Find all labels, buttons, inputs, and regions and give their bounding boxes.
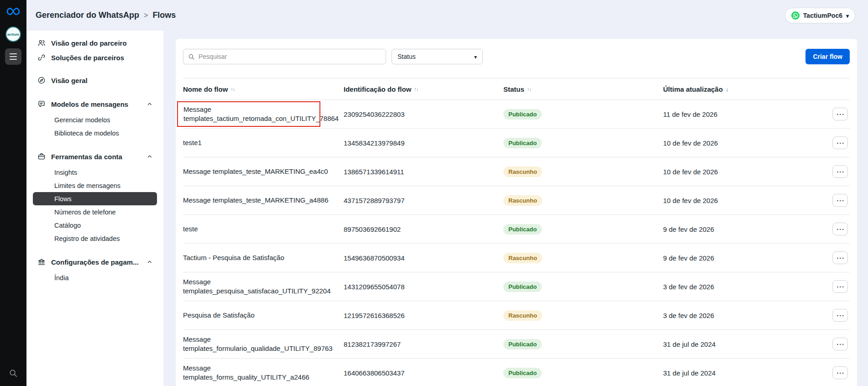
flow-name-cell: teste1 <box>183 138 344 147</box>
workspace-avatar[interactable]: actium <box>5 26 21 42</box>
create-flow-button[interactable]: Criar flow <box>805 49 850 64</box>
sidebar-item-overview[interactable]: Visão geral <box>33 73 157 87</box>
table-row[interactable]: teste 897503692661902 Publicado 9 de fev… <box>183 215 850 244</box>
search-icon <box>188 53 195 60</box>
account-tools-icon <box>37 152 46 161</box>
flow-id-cell: 1640663806503437 <box>344 369 503 377</box>
rail-search-icon[interactable] <box>9 369 18 380</box>
status-badge: Publicado <box>503 138 542 148</box>
sort-icon[interactable]: ↑↓ <box>527 86 531 92</box>
flow-updated-cell: 31 de jul de 2024 <box>663 340 818 348</box>
sidebar-group-header-message-templates[interactable]: Modelos de mensagens <box>33 97 157 111</box>
breadcrumb-current: Flows <box>152 10 176 20</box>
sidebar-group-message-templates: Modelos de mensagens Gerenciar modelos B… <box>26 97 163 140</box>
menu-icon[interactable] <box>5 48 21 65</box>
more-options-button[interactable] <box>832 309 848 322</box>
status-badge: Rascunho <box>503 310 542 321</box>
flow-id-cell: 812382173997267 <box>344 340 503 348</box>
meta-logo-icon[interactable] <box>5 5 21 17</box>
flow-status-cell: Publicado <box>503 109 663 120</box>
table-row[interactable]: Message templates_formulario_qualidade_U… <box>183 330 850 359</box>
sidebar-group-header-account-tools[interactable]: Ferramentas da conta <box>33 150 157 163</box>
column-header-updated[interactable]: Última atualização↓ <box>663 85 818 93</box>
sidebar-item-partner-solutions[interactable]: Soluções de parceiros <box>33 51 157 64</box>
flow-updated-cell: 10 de fev de 2026 <box>663 197 818 204</box>
overview-icon <box>37 76 46 84</box>
table-row[interactable]: Message templates_forms_quality_UTILITY_… <box>183 359 850 386</box>
chevron-up-icon <box>147 154 152 159</box>
sidebar: Visão geral do parceiro Soluções de parc… <box>26 31 163 386</box>
flow-status-cell: Publicado <box>503 138 663 148</box>
more-options-button[interactable] <box>832 165 848 178</box>
flow-id-cell: 1219572616368526 <box>344 312 503 319</box>
table-row[interactable]: Message templates_teste_MARKETING_ea4c0 … <box>183 157 850 186</box>
status-filter-label: Status <box>397 53 416 60</box>
search-input[interactable] <box>199 53 381 60</box>
more-options-button[interactable] <box>832 251 848 264</box>
sidebar-item-label: Visão geral <box>51 77 88 84</box>
flow-id-cell: 1431209655054078 <box>344 283 503 291</box>
link-icon <box>37 53 46 62</box>
flow-name-cell: Message templates_formulario_qualidade_U… <box>183 335 344 354</box>
breadcrumb: Gerenciador do WhatsApp > Flows <box>36 10 176 20</box>
more-options-button[interactable] <box>832 280 848 293</box>
table-row[interactable]: teste1 1345834213979849 Publicado 10 de … <box>183 129 850 157</box>
sidebar-item-insights[interactable]: Insights <box>33 166 157 179</box>
flow-updated-cell: 9 de fev de 2026 <box>663 254 818 262</box>
sidebar-item-template-library[interactable]: Biblioteca de modelos <box>33 126 157 140</box>
table-header-row: Nome do flow↑↓ Identificação do flow↑↓ S… <box>183 78 850 100</box>
flow-id-cell: 2309254036222803 <box>344 110 503 118</box>
sidebar-item-phone-numbers[interactable]: Números de telefone <box>33 205 157 219</box>
sidebar-group-payment-settings: Configurações de pagam... Índia <box>26 255 163 284</box>
column-header-id[interactable]: Identificação do flow↑↓ <box>344 85 503 93</box>
more-options-button[interactable] <box>832 366 848 379</box>
sidebar-group-label: Modelos de mensagens <box>51 100 128 108</box>
more-options-button[interactable] <box>832 223 848 235</box>
status-badge: Publicado <box>503 109 542 120</box>
more-options-button[interactable] <box>832 194 848 207</box>
chevron-up-icon <box>147 101 152 107</box>
sidebar-item-label: Soluções de parceiros <box>51 54 124 62</box>
table-row[interactable]: Tactium - Pesquisa de Satisfação 1549636… <box>183 244 850 272</box>
body-row: Visão geral do parceiro Soluções de parc… <box>26 31 868 386</box>
sidebar-item-activity-log[interactable]: Registro de atividades <box>33 232 157 245</box>
table-row[interactable]: Message templates_teste_MARKETING_a4886 … <box>183 186 850 215</box>
sidebar-item-india[interactable]: Índia <box>33 271 157 284</box>
flow-id-cell: 1386571339614911 <box>344 168 503 176</box>
flow-status-cell: Publicado <box>503 339 663 349</box>
sidebar-item-partner-overview[interactable]: Visão geral do parceiro <box>33 36 157 50</box>
sidebar-item-label: Visão geral do parceiro <box>51 39 127 47</box>
flow-name-cell: Message templates_tactium_retomada_con_U… <box>183 101 344 127</box>
sort-desc-icon[interactable]: ↓ <box>726 86 729 93</box>
sidebar-item-manage-templates[interactable]: Gerenciar modelos <box>33 113 157 126</box>
more-options-button[interactable] <box>832 136 848 149</box>
more-options-button[interactable] <box>832 338 848 350</box>
table-row[interactable]: Message templates_pesquisa_satisfacao_UT… <box>183 272 850 301</box>
whatsapp-icon <box>791 11 800 20</box>
sidebar-item-message-limits[interactable]: Limites de mensagens <box>33 179 157 192</box>
whatsapp-manager-page: actium Gerenciador do WhatsApp > Flows T… <box>0 0 868 386</box>
flow-status-cell: Rascunho <box>503 310 663 321</box>
flow-name-cell: teste <box>183 224 344 234</box>
sort-icon[interactable]: ↑↓ <box>230 86 235 92</box>
column-header-name[interactable]: Nome do flow↑↓ <box>183 85 344 93</box>
flow-status-cell: Publicado <box>503 282 663 292</box>
flow-status-cell: Rascunho <box>503 167 663 177</box>
flow-updated-cell: 11 de fev de 2026 <box>663 110 818 118</box>
breadcrumb-root[interactable]: Gerenciador do WhatsApp <box>36 10 139 20</box>
chevron-down-icon <box>474 53 477 60</box>
column-header-status[interactable]: Status↑↓ <box>503 85 663 93</box>
sidebar-item-catalog[interactable]: Catálogo <box>33 219 157 232</box>
status-badge: Publicado <box>503 282 542 292</box>
table-row[interactable]: Message templates_tactium_retomada_con_U… <box>183 100 850 129</box>
more-options-button[interactable] <box>832 108 848 120</box>
table-row[interactable]: Pesquisa de Satisfação 1219572616368526 … <box>183 301 850 330</box>
sidebar-item-flows[interactable]: Flows <box>33 192 157 205</box>
payment-settings-icon <box>37 258 46 266</box>
sort-icon[interactable]: ↑↓ <box>414 86 418 92</box>
sidebar-group-header-payment-settings[interactable]: Configurações de pagam... <box>33 255 157 269</box>
account-selector[interactable]: TactiumPoc6 <box>785 8 855 23</box>
sidebar-group-label: Configurações de pagam... <box>51 258 139 266</box>
status-filter-dropdown[interactable]: Status <box>392 49 483 64</box>
flow-status-cell: Publicado <box>503 368 663 378</box>
